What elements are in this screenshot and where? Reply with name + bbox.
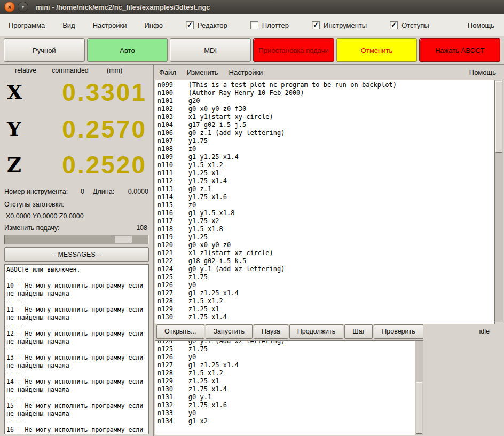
feed-override-row: Изменить подачу: 108	[4, 224, 147, 232]
program-controls: Открыть... Запустить Пауза Продолжить Ша…	[154, 323, 504, 340]
main-area: relative commanded (mm) X 0.3301 Y 0.257…	[0, 64, 504, 436]
toggle-tools[interactable]: ✓ Инструменты	[312, 21, 367, 29]
dro-header-units: (mm)	[107, 67, 122, 74]
close-icon: ×	[8, 4, 11, 10]
axis-row-x: X 0.3301	[4, 76, 147, 109]
axis-label-x: X	[7, 81, 22, 104]
checkbox-icon	[250, 21, 258, 29]
log-line: 10 - Не могу исполнить программу если	[6, 282, 147, 290]
code-line: n111 y1.25 x1	[158, 169, 492, 177]
log-line: -----	[6, 370, 147, 378]
program-preview[interactable]: n124 g0 y.1 (add xz lettering)n125 z1.75…	[155, 340, 420, 435]
minimize-button[interactable]: ▾	[18, 2, 28, 12]
work-offsets-values: X0.0000 Y0.0000 Z0.0000	[6, 212, 84, 220]
dro-header-relative: relative	[15, 67, 36, 74]
toggle-editor[interactable]: ✓ Редактор	[186, 21, 227, 29]
gcode-editor[interactable]: n099 (This is a test plot nc program to …	[155, 80, 495, 324]
mdi-mode-button[interactable]: MDI	[170, 38, 251, 62]
log-line: -----	[6, 322, 147, 330]
verify-button[interactable]: Проверить	[374, 324, 423, 339]
auto-mode-button[interactable]: Авто	[87, 38, 168, 62]
log-line: не найдены начала	[6, 386, 147, 394]
feedhold-button[interactable]: Приостановка подачи	[253, 38, 334, 62]
messages-button[interactable]: -- MESSAGES --	[4, 247, 149, 262]
menu-program[interactable]: Программа	[9, 21, 45, 29]
menu-settings[interactable]: Настройки	[93, 21, 127, 29]
log-line: 12 - Не могу исполнить программу если	[6, 330, 147, 338]
step-button[interactable]: Шаг	[344, 324, 373, 339]
code-line: n109 g1 y1.25 x1.4	[158, 153, 492, 161]
code-line: n117 y1.75 x2	[158, 217, 492, 225]
axis-value-z: 0.2520	[62, 150, 147, 179]
work-offsets-title: Отступы заготовки:	[4, 201, 64, 208]
menu-help[interactable]: Помощь	[468, 21, 494, 29]
log-line: 11 - Не могу исполнить программу если	[6, 306, 147, 314]
messages-log[interactable]: АВОСТе или выключен.-----10 - Не могу ис…	[4, 264, 149, 434]
axis-label-z: Z	[7, 153, 21, 177]
log-line: АВОСТе или выключен.	[6, 266, 147, 274]
estop-button[interactable]: Нажать АВОСТ	[419, 38, 500, 62]
editor-menu-file[interactable]: Файл	[159, 68, 176, 76]
tool-info-row: Номер инструмента: 0 Длина: 0.0000	[4, 188, 149, 196]
code-line: n128 z1.5 x1.2	[158, 297, 492, 305]
editor-scrollbar[interactable]	[494, 80, 503, 322]
code-line: n110 y1.5 x1.2	[158, 161, 492, 169]
editor-menubar: Файл Изменить Настройки Помощь	[154, 65, 504, 80]
tool-length-value: 0.0000	[128, 188, 148, 195]
preview-line: n131 g0 y.1	[158, 393, 417, 401]
preview-scrollbar[interactable]	[415, 340, 423, 435]
code-line: n120 g0 x0 y0 z0	[158, 241, 492, 249]
log-line: 13 - Не могу исполнить программу если	[6, 354, 147, 362]
run-button[interactable]: Запустить	[206, 324, 253, 339]
titlebar: × ▾ mini - /home/nick/emc2/nc_files/exam…	[0, 0, 504, 14]
feed-override-value: 108	[136, 224, 147, 232]
code-line: n126 y0	[158, 281, 492, 289]
window-title: mini - /home/nick/emc2/nc_files/examples…	[36, 3, 210, 11]
dro-header: relative commanded (mm)	[0, 67, 153, 75]
code-line: n118 y1.5 x1.8	[158, 225, 492, 233]
menu-view[interactable]: Вид	[62, 21, 75, 29]
code-line: n115 z0	[158, 201, 492, 209]
code-line: n112 y1.75 x1.4	[158, 177, 492, 185]
preview-line: n133 y0	[158, 409, 417, 417]
cancel-button[interactable]: Отменить	[336, 38, 418, 62]
dro-header-commanded: commanded	[52, 67, 89, 74]
feed-override-slider[interactable]	[4, 235, 149, 244]
editor-menu-help[interactable]: Помощь	[469, 68, 496, 76]
toggle-editor-label: Редактор	[198, 21, 227, 29]
slider-handle[interactable]	[115, 236, 132, 243]
pause-button[interactable]: Пауза	[254, 324, 288, 339]
close-button[interactable]: ×	[4, 2, 15, 12]
axis-row-y: Y 0.2570	[4, 113, 147, 146]
code-line: n101 g20	[158, 97, 492, 105]
menu-info[interactable]: Инфо	[144, 21, 162, 29]
checkbox-icon: ✓	[186, 21, 194, 29]
tool-length-label: Длина:	[93, 188, 114, 195]
code-line: n124 g0 y.1 (add xz lettering)	[158, 265, 492, 273]
status-panel: relative commanded (mm) X 0.3301 Y 0.257…	[0, 65, 153, 436]
checkbox-icon: ✓	[390, 21, 398, 29]
code-line: n106 g0 z.1 (add xy lettering)	[158, 129, 492, 137]
manual-mode-button[interactable]: Ручной	[4, 38, 85, 62]
code-line: n125 z1.75	[158, 273, 492, 281]
preview-scrollbar-thumb[interactable]	[416, 382, 422, 434]
app-window: × ▾ mini - /home/nick/emc2/nc_files/exam…	[0, 0, 504, 436]
preview-line: n132 z1.75 x1.6	[158, 401, 417, 409]
editor-menu-edit[interactable]: Изменить	[187, 68, 218, 76]
code-line: n119 y1.25	[158, 233, 492, 241]
log-line: -----	[6, 394, 147, 402]
editor-menu-settings[interactable]: Настройки	[229, 68, 263, 76]
preview-line: n127 g1 z1.25 x1.4	[158, 361, 417, 369]
main-menubar: Программа Вид Настройки Инфо ✓ Редактор …	[0, 14, 504, 37]
log-line: 14 - Не могу исполнить программу если	[6, 378, 147, 386]
toggle-offsets[interactable]: ✓ Отступы	[390, 21, 429, 29]
resume-button[interactable]: Продолжить	[289, 324, 343, 339]
log-line: не найдены начала	[6, 314, 147, 322]
mode-button-row: Ручной Авто MDI Приостановка подачи Отме…	[0, 36, 504, 64]
log-line: -----	[6, 346, 147, 354]
open-button[interactable]: Открыть...	[156, 324, 204, 339]
toggle-plotter[interactable]: Плоттер	[250, 21, 289, 29]
toggle-offsets-label: Отступы	[401, 21, 429, 29]
code-line: n103 x1 y1(start xy circle)	[158, 113, 492, 121]
editor-scrollbar-thumb[interactable]	[495, 81, 502, 153]
